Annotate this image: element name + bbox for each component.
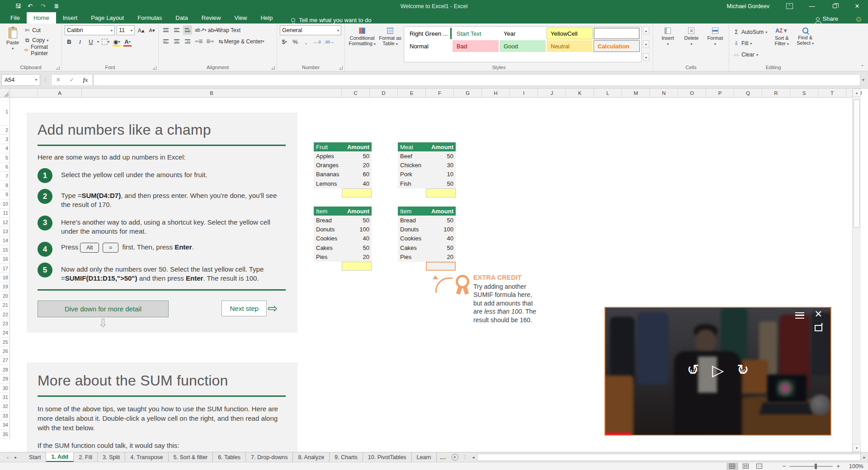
row-header[interactable]: 19 <box>0 282 10 291</box>
align-bottom-button[interactable] <box>183 25 192 35</box>
orientation-button[interactable]: ab↗▾ <box>194 25 207 35</box>
gallery-up-icon[interactable]: ▴ <box>643 27 649 34</box>
user-name[interactable]: Michael Gordeev <box>727 3 770 9</box>
ribbon-tab[interactable]: Data <box>169 12 194 24</box>
ribbon-tab[interactable]: Insert <box>56 12 85 24</box>
item1-yellow-cell[interactable] <box>342 262 372 271</box>
column-header[interactable]: L <box>594 89 622 98</box>
meat-header[interactable]: Meat <box>398 142 426 151</box>
percent-button[interactable]: % <box>291 37 300 47</box>
fruit-header[interactable]: Fruit <box>314 142 342 151</box>
row-header[interactable]: 28 <box>0 365 10 374</box>
item1-header[interactable]: Item <box>314 207 342 216</box>
clipboard-dialog-launcher[interactable] <box>56 66 60 70</box>
sheet-tab[interactable]: 4. Transpose <box>125 452 168 462</box>
zoom-in-icon[interactable]: + <box>836 463 840 470</box>
row-header[interactable]: 27 <box>0 356 10 365</box>
row-header[interactable]: 15 <box>0 245 10 254</box>
row-header[interactable]: 33 <box>0 411 10 420</box>
scroll-up-icon[interactable]: ▴ <box>853 89 861 97</box>
video-popout-icon[interactable] <box>815 325 822 331</box>
italic-button[interactable]: I <box>75 37 85 47</box>
table-row[interactable]: Cakes50 <box>398 243 456 252</box>
fruit-yellow-cell[interactable] <box>342 188 372 197</box>
new-sheet-button[interactable]: + <box>450 452 460 462</box>
sheet-tab[interactable]: Start <box>24 452 46 462</box>
column-header[interactable] <box>10 89 38 98</box>
clear-button[interactable]: ▭Clear▾ <box>732 50 769 60</box>
cell-style[interactable]: Right Green ... <box>406 28 452 39</box>
video-progress-bar[interactable] <box>605 432 631 435</box>
align-left-button[interactable] <box>161 37 170 46</box>
font-dialog-launcher[interactable] <box>153 66 156 70</box>
zoom-slider[interactable] <box>789 466 833 467</box>
expand-formula-bar-icon[interactable]: ▾ <box>862 77 868 82</box>
cell-style[interactable]: Normal <box>406 40 452 52</box>
row-header[interactable]: 9 <box>0 190 10 199</box>
more-sheets-button[interactable]: ... <box>437 452 450 462</box>
table-row[interactable]: Cookies40 <box>398 234 456 243</box>
align-right-button[interactable] <box>183 37 192 46</box>
table-row[interactable]: Cakes50 <box>314 243 372 252</box>
increase-font-icon[interactable]: A▴ <box>137 26 146 35</box>
ribbon-tab[interactable]: File <box>4 12 27 24</box>
column-header[interactable]: J <box>538 89 566 98</box>
next-step-button[interactable]: Next step <box>222 301 267 316</box>
column-header[interactable]: I <box>510 89 538 98</box>
item2-header[interactable]: Item <box>398 207 426 216</box>
row-header[interactable]: 2 <box>0 126 10 135</box>
table-row[interactable]: Bread50 <box>314 216 372 225</box>
cell-style[interactable]: Good <box>500 40 546 52</box>
sheet-tab[interactable]: 2. Fill <box>74 452 98 462</box>
horizontal-scroll-track[interactable] <box>477 454 861 461</box>
sheet-tab[interactable]: 7. Drop-downs <box>246 452 293 462</box>
scroll-right-icon[interactable]: ▸ <box>861 455 868 460</box>
conditional-formatting-button[interactable]: ConditionalFormatting ▾ <box>348 25 377 62</box>
format-as-table-button[interactable]: Format asTable ▾ <box>377 25 404 62</box>
row-header[interactable]: 18 <box>0 273 10 282</box>
table-row[interactable]: Lemons40 <box>314 179 372 188</box>
row-header[interactable]: 20 <box>0 291 10 301</box>
zoom-percentage[interactable]: 100% <box>846 463 863 470</box>
ribbon-tab[interactable]: View <box>227 12 254 24</box>
decrease-decimal-button[interactable]: .00→ <box>324 37 335 47</box>
close-button[interactable]: ✕ <box>851 1 863 12</box>
page-layout-view-button[interactable] <box>740 463 752 470</box>
column-header[interactable]: S <box>790 89 818 98</box>
video-menu-icon[interactable] <box>795 312 804 319</box>
scroll-down-icon[interactable]: ▾ <box>853 444 861 452</box>
column-header[interactable]: H <box>482 89 510 98</box>
underline-dropdown[interactable]: ▾ <box>97 40 99 44</box>
column-header[interactable]: K <box>566 89 594 98</box>
row-header[interactable]: 26 <box>0 347 10 356</box>
column-header[interactable]: O <box>678 89 706 98</box>
normal-view-button[interactable] <box>726 463 738 470</box>
table-row[interactable]: Donuts100 <box>398 225 456 234</box>
prev-sheet-icon[interactable]: ◂ <box>6 455 9 460</box>
row-header[interactable]: 31 <box>0 393 10 402</box>
tell-me-box[interactable]: Tell me what you want to do <box>291 17 371 24</box>
sheet-tab[interactable]: 1. Add <box>46 452 74 462</box>
number-dialog-launcher[interactable] <box>339 66 343 70</box>
table-row[interactable]: Donuts100 <box>314 225 372 234</box>
cancel-icon[interactable]: ✕ <box>52 76 65 83</box>
page-break-view-button[interactable] <box>754 463 765 470</box>
sort-filter-button[interactable]: AZ▼ Sort &Filter ▾ <box>771 25 792 62</box>
column-header[interactable]: E <box>398 89 426 98</box>
save-icon[interactable]: 🖫 <box>15 3 21 9</box>
ribbon-tab[interactable]: Help <box>254 12 279 24</box>
next-sheet-icon[interactable]: ▸ <box>15 455 17 460</box>
table-row[interactable]: Pies20 <box>314 253 372 262</box>
ribbon-display-options-icon[interactable]: ⌃ <box>783 1 796 12</box>
column-header[interactable]: D <box>370 89 398 98</box>
table-row[interactable]: Beef50 <box>398 151 456 160</box>
ribbon-tab[interactable]: Review <box>195 12 228 24</box>
find-select-button[interactable]: Find &Select ▾ <box>795 25 816 62</box>
format-painter-button[interactable]: ✏Format Painter <box>23 45 60 55</box>
insert-function-icon[interactable]: fx <box>79 76 92 84</box>
ribbon-tab[interactable]: Page Layout <box>84 12 131 24</box>
column-header[interactable]: A <box>38 89 82 98</box>
column-header[interactable]: N <box>650 89 678 98</box>
formula-input[interactable] <box>94 74 860 86</box>
sheet-tab[interactable]: Learn <box>412 452 437 462</box>
